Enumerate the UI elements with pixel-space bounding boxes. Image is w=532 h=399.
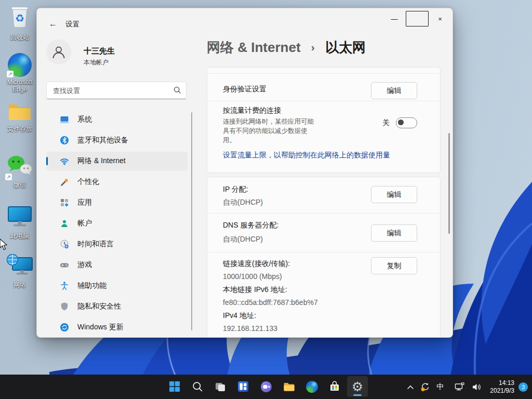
sidebar-item-label: 个性化 [77, 177, 99, 187]
date: 2021/9/3 [490, 387, 514, 395]
metered-connection-description: 连接到此网络时，某些应用可能 具有不同的功能以减少数据使 用。 [223, 117, 314, 145]
authentication-edit-button[interactable]: 编辑 [371, 82, 417, 99]
sidebar-item-system[interactable]: 系统 [46, 110, 188, 129]
sidebar-item-label: 帐户 [77, 219, 92, 228]
network-tray-icon[interactable] [451, 377, 468, 397]
content-scrollbar[interactable] [448, 133, 450, 234]
search-input[interactable] [47, 82, 186, 99]
task-view-icon [215, 381, 226, 392]
search-taskbar-button[interactable] [187, 376, 208, 397]
desktop-icon-label: 此电脑 [10, 232, 29, 240]
sidebar-item-time-language[interactable]: 时间和语言 [46, 235, 188, 254]
metered-connection-toggle[interactable] [396, 117, 417, 128]
desktop-icon-wechat[interactable]: ↗ 微信 [1, 155, 39, 189]
volume-tray-icon[interactable] [468, 377, 485, 397]
file-explorer-button[interactable] [278, 376, 299, 397]
sidebar-item-accessibility[interactable]: 辅助功能 [46, 276, 188, 295]
update-pending-tray-icon[interactable] [417, 377, 433, 397]
row-divider [207, 213, 440, 214]
ethernet-card-bottom: IP 分配: 自动(DHCP) 编辑 DNS 服务器分配: 自动(DHCP) 编… [207, 177, 441, 338]
file-explorer-icon [283, 381, 295, 393]
windows-update-icon [60, 323, 69, 332]
sidebar-item-label: 辅助功能 [77, 281, 107, 290]
system-tray: 中 14:13 2021/9/3 3 [404, 375, 530, 399]
sidebar-item-bluetooth-devices[interactable]: 蓝牙和其他设备 [46, 131, 188, 150]
desktop-icon-file-storage[interactable]: 文件存放 [1, 102, 39, 132]
sidebar-item-label: 隐私和安全性 [77, 302, 121, 311]
ip-assignment-value: 自动(DHCP) [223, 198, 263, 207]
window-title: 设置 [65, 20, 79, 29]
sidebar-item-apps[interactable]: 应用 [46, 193, 188, 212]
desktop-icon-recycle-bin[interactable]: ♻ 回收站 [1, 4, 39, 41]
hidden-icons-chevron[interactable] [404, 377, 417, 397]
desktop-icon-this-pc[interactable]: 此电脑 [1, 206, 39, 240]
ipv6-label: 本地链接 IPv6 地址: [223, 285, 287, 295]
metered-toggle-group: 关 [382, 117, 417, 128]
ipv6-value: fe80::cd5a:bdff:7687:b6eb%7 [223, 298, 318, 307]
dns-edit-button[interactable]: 编辑 [371, 224, 417, 242]
sidebar-item-label: 时间和语言 [77, 240, 114, 249]
edge-icon: ↗ [8, 53, 32, 77]
desktop: ♻ 回收站 ↗ Microsoft Edge 文件存放 [0, 0, 532, 399]
svg-text:♻: ♻ [15, 12, 24, 24]
account-type: 本地帐户 [84, 58, 109, 67]
microsoft-store-button[interactable] [324, 376, 345, 397]
breadcrumb-parent[interactable]: 网络 & Internet [207, 39, 301, 55]
link-speed-label: 链接速度(接收/传输): [223, 259, 290, 269]
settings-taskbar-button[interactable]: ⚙ [347, 376, 368, 397]
chevron-right-icon: › [311, 41, 315, 53]
apps-icon [60, 198, 69, 207]
widgets-button[interactable] [233, 376, 254, 397]
sidebar-item-windows-update[interactable]: Windows 更新 [46, 318, 188, 337]
accessibility-icon [60, 281, 69, 290]
sidebar-scrollbar[interactable] [191, 112, 192, 330]
ime-indicator[interactable]: 中 [433, 377, 447, 397]
desktop-icon-label: 网络 [14, 281, 26, 288]
chat-button[interactable] [256, 376, 276, 397]
sidebar-item-privacy-security[interactable]: 隐私和安全性 [46, 297, 188, 316]
gear-icon: ⚙ [352, 380, 363, 393]
task-view-button[interactable] [210, 376, 231, 397]
sidebar-item-label: 蓝牙和其他设备 [77, 136, 128, 145]
taskbar: ⚙ 中 [0, 375, 532, 399]
maximize-button[interactable] [406, 11, 429, 26]
desktop-icon-label: 文件存放 [7, 125, 32, 132]
minimize-button[interactable]: — [383, 11, 406, 26]
windows-logo-icon [169, 381, 180, 392]
sidebar-item-label: Windows 更新 [77, 323, 124, 332]
dns-assignment-label: DNS 服务器分配: [223, 221, 278, 230]
toggle-knob [398, 119, 404, 125]
ipv4-label: IPv4 地址: [223, 311, 256, 321]
sidebar-item-gaming[interactable]: 游戏 [46, 256, 188, 274]
copy-button[interactable]: 复制 [371, 257, 417, 274]
bluetooth-icon [60, 136, 69, 145]
window-controls: — × [383, 11, 451, 26]
shortcut-arrow-icon: ↗ [7, 71, 14, 77]
chat-icon [260, 381, 272, 393]
edge-taskbar-button[interactable] [301, 376, 322, 397]
desktop-icon-edge[interactable]: ↗ Microsoft Edge [1, 53, 39, 93]
breadcrumb-current: 以太网 [325, 39, 366, 55]
back-button[interactable]: ← [45, 17, 61, 31]
sidebar-item-accounts[interactable]: 帐户 [46, 214, 188, 233]
update-arrow-icon [420, 382, 430, 392]
avatar[interactable] [46, 39, 71, 64]
row-divider [207, 252, 440, 252]
data-limit-link[interactable]: 设置流量上限，以帮助控制在此网络上的数据使用量 [223, 151, 390, 160]
clock[interactable]: 14:13 2021/9/3 [490, 379, 514, 395]
taskbar-center-icons: ⚙ [164, 376, 368, 397]
desktop-icon-network[interactable]: 网络 [1, 254, 39, 288]
link-speed-value: 1000/1000 (Mbps) [223, 272, 282, 281]
row-divider [207, 73, 440, 74]
ip-edit-button[interactable]: 编辑 [371, 186, 417, 203]
store-icon [329, 381, 340, 392]
start-button[interactable] [164, 376, 185, 397]
close-button[interactable]: × [429, 11, 451, 26]
ethernet-card-top: 身份验证设置 编辑 按流量计费的连接 连接到此网络时，某些应用可能 具有不同的功… [207, 67, 441, 173]
sidebar-item-network-internet[interactable]: 网络 & Internet [46, 152, 188, 170]
sidebar-item-personalization[interactable]: 个性化 [46, 172, 188, 191]
recycle-bin-icon: ♻ [8, 4, 32, 32]
edge-icon [306, 381, 318, 393]
sidebar-item-label: 游戏 [77, 260, 92, 270]
notification-badge[interactable]: 3 [518, 382, 528, 392]
